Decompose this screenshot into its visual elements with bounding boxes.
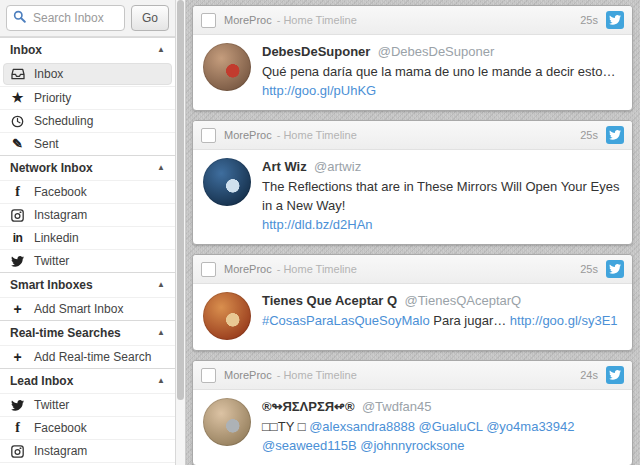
sidebar-item-label: Instagram [34,208,87,222]
user-handle[interactable]: @DebesDeSuponer [378,44,495,59]
sidebar-item-facebook[interactable]: f Facebook [0,180,175,203]
mention-link[interactable]: @seaweed115B [262,438,357,453]
tweet-text-segment: Para jugar… [430,313,510,328]
user-handle[interactable]: @Twdfan45 [362,399,432,414]
display-name[interactable]: DebesDeSuponer [262,44,370,59]
pencil-icon: ✎ [10,137,25,151]
sidebar-item-facebook[interactable]: f Facebook [0,416,175,439]
sidebar-item-priority[interactable]: ★ Priority [0,86,175,109]
section-label: Network Inbox [10,161,93,175]
sidebar-item-linkedin[interactable]: in Linkedin [0,226,175,249]
mention-link[interactable]: @GualuCL [419,419,483,434]
tweet-text-segment: □□TY □ [262,419,309,434]
sidebar-section-header[interactable]: Inbox ▲ [0,37,175,62]
section-label: Inbox [10,43,42,57]
select-checkbox[interactable] [201,13,216,28]
twitter-icon [606,11,624,29]
twitter-icon [606,126,624,144]
collapse-arrow-icon[interactable]: ▲ [157,374,165,388]
card-source: MoreProc [224,129,272,141]
tweet-text: □□TY □ @alexsandra8888 @GualuCL @yo4ma33… [262,417,622,455]
avatar[interactable] [203,292,251,340]
collapse-arrow-icon[interactable]: ▲ [157,43,165,57]
sidebar-item-instagram[interactable]: Instagram [0,439,175,462]
user-handle[interactable]: @artwiz [314,159,361,174]
card-header: MoreProc - Home Timeline 25s [193,255,632,284]
tweet-text-segment: Qué pena daría que la mama de uno le man… [262,64,615,79]
inbox-icon [10,68,25,80]
sidebar-item-twitter[interactable]: Twitter [0,393,175,416]
sidebar-item-label: Add Real-time Search [34,350,151,364]
card-header: MoreProc - Home Timeline 25s [193,121,632,150]
search-go-button[interactable]: Go [131,5,169,31]
collapse-arrow-icon[interactable]: ▲ [157,161,165,175]
card-source: MoreProc [224,14,272,26]
plus-icon: + [10,302,25,316]
sidebar-item-scheduling[interactable]: Scheduling [0,109,175,132]
plus-icon: + [10,350,25,364]
timeline: MoreProc - Home Timeline 25s DebesDeSupo… [186,0,640,465]
twitter-icon [10,256,25,267]
select-checkbox[interactable] [201,368,216,383]
linkedin-icon: in [10,231,25,245]
link-link[interactable]: http://goo.gl/sy3E1 [510,313,618,328]
sidebar-item-add-smart-inbox[interactable]: + Add Smart Inbox [0,297,175,320]
card-body: DebesDeSuponer @DebesDeSuponer Qué pena … [193,35,632,110]
display-name[interactable]: Tienes Que Aceptar Q [262,293,397,308]
sidebar-item-instagram[interactable]: Instagram [0,203,175,226]
instagram-icon [10,445,25,458]
tweet-text: Qué pena daría que la mama de uno le man… [262,62,622,100]
avatar[interactable] [203,398,251,446]
sidebar-scrollbar[interactable] [176,0,186,465]
sidebar-item-add-real-time-search[interactable]: + Add Real-time Search [0,345,175,368]
sidebar-item-label: Facebook [34,421,87,435]
display-name[interactable]: ®↬ЯΣΛΡΣЯ↫® [262,399,355,414]
sidebar-section-header[interactable]: Real-time Searches ▲ [0,320,175,345]
sidebar-item-label: Twitter [34,254,69,268]
sidebar-item-label: Inbox [34,67,63,81]
sidebar-item-label: Sent [34,137,59,151]
star-icon: ★ [10,91,25,105]
timestamp: 25s [580,263,598,275]
clock-icon [10,115,25,128]
twitter-icon [606,366,624,384]
twitter-icon [10,400,25,411]
avatar[interactable] [203,43,251,91]
search-input[interactable] [31,10,118,26]
sidebar-item-twitter[interactable]: Twitter [0,249,175,272]
select-checkbox[interactable] [201,128,216,143]
sidebar-item-sent[interactable]: ✎ Sent [0,132,175,155]
select-checkbox[interactable] [201,262,216,277]
facebook-icon: f [10,421,25,435]
display-name[interactable]: Art Wiz [262,159,307,174]
sidebar-section-header[interactable]: Smart Inboxes ▲ [0,272,175,297]
timestamp: 25s [580,129,598,141]
link-link[interactable]: http://goo.gl/pUhKG [262,83,376,98]
card-context: - Home Timeline [277,129,357,141]
instagram-icon [10,209,25,222]
app-window: Go Inbox ▲ Inbox ★ Priority Scheduling ✎… [0,0,640,465]
card-source: MoreProc [224,263,272,275]
link-link[interactable]: http://dld.bz/d2HAn [262,217,373,232]
card-body: Art Wiz @artwiz The Reflections that are… [193,150,632,244]
mention-link[interactable]: @yo4ma33942 [486,419,574,434]
sidebar-section-header[interactable]: Lead Inbox ▲ [0,368,175,393]
mention-link[interactable]: @alexsandra8888 [309,419,415,434]
collapse-arrow-icon[interactable]: ▲ [157,326,165,340]
scrollbar-thumb[interactable] [177,0,184,400]
section-label: Real-time Searches [10,326,121,340]
search-icon [13,10,26,26]
timestamp: 24s [580,369,598,381]
sidebar: Go Inbox ▲ Inbox ★ Priority Scheduling ✎… [0,0,176,465]
tweet-text: #CosasParaLasQueSoyMalo Para jugar… http… [262,311,622,330]
card-header: MoreProc - Home Timeline 25s [193,6,632,35]
facebook-icon: f [10,185,25,199]
hashtag-link[interactable]: #CosasParaLasQueSoyMalo [262,313,430,328]
user-handle[interactable]: @TienesQAceptarQ [404,293,521,308]
sidebar-item-inbox[interactable]: Inbox [3,63,172,85]
sidebar-section-header[interactable]: Network Inbox ▲ [0,155,175,180]
tweet-card: MoreProc - Home Timeline 25s DebesDeSupo… [192,5,633,111]
collapse-arrow-icon[interactable]: ▲ [157,278,165,292]
mention-link[interactable]: @johnnyrocksone [360,438,464,453]
avatar[interactable] [203,158,251,206]
